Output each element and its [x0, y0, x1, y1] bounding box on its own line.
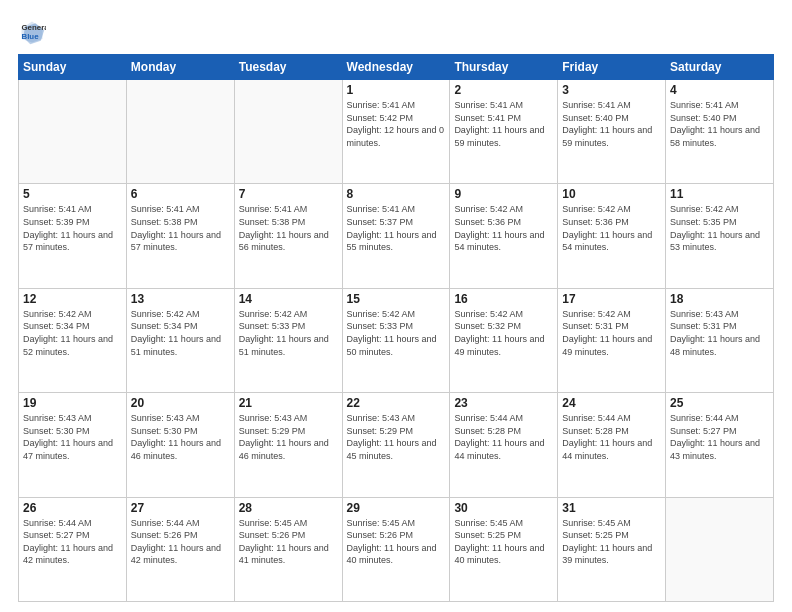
day-number: 22 [347, 396, 446, 410]
calendar-cell: 8Sunrise: 5:41 AMSunset: 5:37 PMDaylight… [342, 184, 450, 288]
calendar-cell: 9Sunrise: 5:42 AMSunset: 5:36 PMDaylight… [450, 184, 558, 288]
cell-info: Sunrise: 5:42 AMSunset: 5:36 PMDaylight:… [454, 203, 553, 253]
calendar-cell [19, 80, 127, 184]
calendar-cell: 1Sunrise: 5:41 AMSunset: 5:42 PMDaylight… [342, 80, 450, 184]
calendar-cell: 13Sunrise: 5:42 AMSunset: 5:34 PMDayligh… [126, 288, 234, 392]
calendar-cell: 5Sunrise: 5:41 AMSunset: 5:39 PMDaylight… [19, 184, 127, 288]
day-number: 12 [23, 292, 122, 306]
calendar-cell: 7Sunrise: 5:41 AMSunset: 5:38 PMDaylight… [234, 184, 342, 288]
day-header-thursday: Thursday [450, 55, 558, 80]
cell-info: Sunrise: 5:42 AMSunset: 5:31 PMDaylight:… [562, 308, 661, 358]
cell-info: Sunrise: 5:42 AMSunset: 5:34 PMDaylight:… [131, 308, 230, 358]
calendar-cell: 27Sunrise: 5:44 AMSunset: 5:26 PMDayligh… [126, 497, 234, 601]
page: General Blue SundayMondayTuesdayWednesda… [0, 0, 792, 612]
cell-info: Sunrise: 5:44 AMSunset: 5:27 PMDaylight:… [670, 412, 769, 462]
svg-text:General: General [22, 23, 47, 32]
calendar-cell: 11Sunrise: 5:42 AMSunset: 5:35 PMDayligh… [666, 184, 774, 288]
day-number: 1 [347, 83, 446, 97]
calendar-cell: 28Sunrise: 5:45 AMSunset: 5:26 PMDayligh… [234, 497, 342, 601]
cell-info: Sunrise: 5:41 AMSunset: 5:38 PMDaylight:… [131, 203, 230, 253]
cell-info: Sunrise: 5:42 AMSunset: 5:33 PMDaylight:… [239, 308, 338, 358]
day-number: 20 [131, 396, 230, 410]
day-header-tuesday: Tuesday [234, 55, 342, 80]
cell-info: Sunrise: 5:45 AMSunset: 5:25 PMDaylight:… [454, 517, 553, 567]
calendar-cell: 3Sunrise: 5:41 AMSunset: 5:40 PMDaylight… [558, 80, 666, 184]
calendar-cell: 10Sunrise: 5:42 AMSunset: 5:36 PMDayligh… [558, 184, 666, 288]
calendar-cell: 25Sunrise: 5:44 AMSunset: 5:27 PMDayligh… [666, 393, 774, 497]
calendar-cell: 15Sunrise: 5:42 AMSunset: 5:33 PMDayligh… [342, 288, 450, 392]
calendar-cell: 19Sunrise: 5:43 AMSunset: 5:30 PMDayligh… [19, 393, 127, 497]
day-number: 29 [347, 501, 446, 515]
cell-info: Sunrise: 5:42 AMSunset: 5:35 PMDaylight:… [670, 203, 769, 253]
day-number: 17 [562, 292, 661, 306]
day-number: 31 [562, 501, 661, 515]
day-header-saturday: Saturday [666, 55, 774, 80]
cell-info: Sunrise: 5:41 AMSunset: 5:37 PMDaylight:… [347, 203, 446, 253]
calendar-cell: 31Sunrise: 5:45 AMSunset: 5:25 PMDayligh… [558, 497, 666, 601]
day-number: 10 [562, 187, 661, 201]
day-number: 18 [670, 292, 769, 306]
day-number: 3 [562, 83, 661, 97]
day-number: 11 [670, 187, 769, 201]
day-number: 4 [670, 83, 769, 97]
calendar-cell [666, 497, 774, 601]
cell-info: Sunrise: 5:43 AMSunset: 5:29 PMDaylight:… [239, 412, 338, 462]
calendar-cell: 12Sunrise: 5:42 AMSunset: 5:34 PMDayligh… [19, 288, 127, 392]
calendar-cell: 30Sunrise: 5:45 AMSunset: 5:25 PMDayligh… [450, 497, 558, 601]
day-header-wednesday: Wednesday [342, 55, 450, 80]
cell-info: Sunrise: 5:44 AMSunset: 5:27 PMDaylight:… [23, 517, 122, 567]
calendar-week-row: 1Sunrise: 5:41 AMSunset: 5:42 PMDaylight… [19, 80, 774, 184]
cell-info: Sunrise: 5:42 AMSunset: 5:32 PMDaylight:… [454, 308, 553, 358]
calendar-cell: 20Sunrise: 5:43 AMSunset: 5:30 PMDayligh… [126, 393, 234, 497]
cell-info: Sunrise: 5:44 AMSunset: 5:28 PMDaylight:… [454, 412, 553, 462]
day-number: 7 [239, 187, 338, 201]
cell-info: Sunrise: 5:41 AMSunset: 5:41 PMDaylight:… [454, 99, 553, 149]
calendar-cell: 26Sunrise: 5:44 AMSunset: 5:27 PMDayligh… [19, 497, 127, 601]
day-number: 6 [131, 187, 230, 201]
cell-info: Sunrise: 5:41 AMSunset: 5:39 PMDaylight:… [23, 203, 122, 253]
day-number: 30 [454, 501, 553, 515]
calendar-week-row: 12Sunrise: 5:42 AMSunset: 5:34 PMDayligh… [19, 288, 774, 392]
calendar-cell: 4Sunrise: 5:41 AMSunset: 5:40 PMDaylight… [666, 80, 774, 184]
day-number: 14 [239, 292, 338, 306]
cell-info: Sunrise: 5:44 AMSunset: 5:26 PMDaylight:… [131, 517, 230, 567]
cell-info: Sunrise: 5:45 AMSunset: 5:26 PMDaylight:… [239, 517, 338, 567]
calendar-week-row: 5Sunrise: 5:41 AMSunset: 5:39 PMDaylight… [19, 184, 774, 288]
cell-info: Sunrise: 5:44 AMSunset: 5:28 PMDaylight:… [562, 412, 661, 462]
svg-text:Blue: Blue [22, 32, 40, 41]
cell-info: Sunrise: 5:45 AMSunset: 5:25 PMDaylight:… [562, 517, 661, 567]
calendar-week-row: 19Sunrise: 5:43 AMSunset: 5:30 PMDayligh… [19, 393, 774, 497]
calendar-cell: 18Sunrise: 5:43 AMSunset: 5:31 PMDayligh… [666, 288, 774, 392]
day-number: 23 [454, 396, 553, 410]
logo: General Blue [18, 18, 50, 46]
logo-icon: General Blue [18, 18, 46, 46]
calendar-cell: 14Sunrise: 5:42 AMSunset: 5:33 PMDayligh… [234, 288, 342, 392]
cell-info: Sunrise: 5:42 AMSunset: 5:34 PMDaylight:… [23, 308, 122, 358]
day-number: 19 [23, 396, 122, 410]
day-number: 21 [239, 396, 338, 410]
day-number: 2 [454, 83, 553, 97]
day-number: 26 [23, 501, 122, 515]
day-number: 8 [347, 187, 446, 201]
calendar-cell: 16Sunrise: 5:42 AMSunset: 5:32 PMDayligh… [450, 288, 558, 392]
day-header-friday: Friday [558, 55, 666, 80]
calendar-cell [234, 80, 342, 184]
cell-info: Sunrise: 5:41 AMSunset: 5:38 PMDaylight:… [239, 203, 338, 253]
calendar-table: SundayMondayTuesdayWednesdayThursdayFrid… [18, 54, 774, 602]
calendar-cell: 23Sunrise: 5:44 AMSunset: 5:28 PMDayligh… [450, 393, 558, 497]
calendar-cell: 21Sunrise: 5:43 AMSunset: 5:29 PMDayligh… [234, 393, 342, 497]
day-number: 16 [454, 292, 553, 306]
calendar-cell: 24Sunrise: 5:44 AMSunset: 5:28 PMDayligh… [558, 393, 666, 497]
cell-info: Sunrise: 5:43 AMSunset: 5:31 PMDaylight:… [670, 308, 769, 358]
cell-info: Sunrise: 5:41 AMSunset: 5:42 PMDaylight:… [347, 99, 446, 149]
cell-info: Sunrise: 5:41 AMSunset: 5:40 PMDaylight:… [562, 99, 661, 149]
calendar-cell: 2Sunrise: 5:41 AMSunset: 5:41 PMDaylight… [450, 80, 558, 184]
day-number: 9 [454, 187, 553, 201]
cell-info: Sunrise: 5:45 AMSunset: 5:26 PMDaylight:… [347, 517, 446, 567]
calendar-cell: 29Sunrise: 5:45 AMSunset: 5:26 PMDayligh… [342, 497, 450, 601]
day-number: 25 [670, 396, 769, 410]
header: General Blue [18, 18, 774, 46]
calendar-cell: 6Sunrise: 5:41 AMSunset: 5:38 PMDaylight… [126, 184, 234, 288]
day-number: 15 [347, 292, 446, 306]
day-number: 28 [239, 501, 338, 515]
